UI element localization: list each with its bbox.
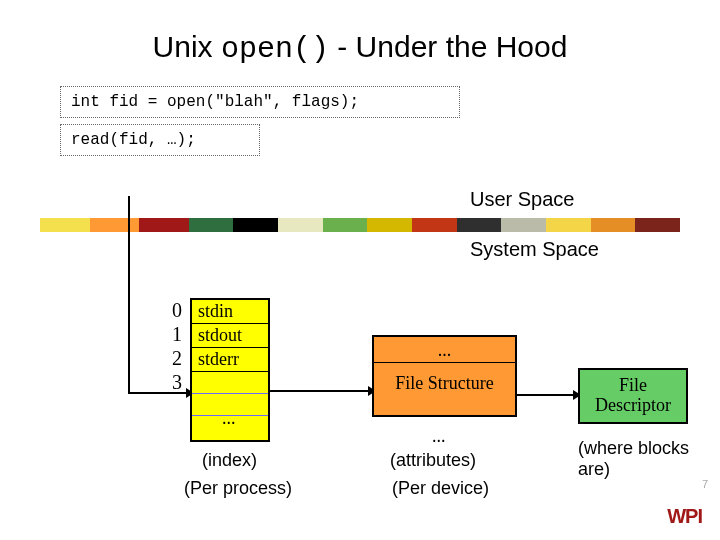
wpi-logo: WPI (667, 505, 702, 528)
fdt-num-2: 2 (172, 346, 182, 370)
fdt-row-stdin: stdin (192, 300, 268, 324)
fdt-num-1: 1 (172, 322, 182, 346)
code-line-read: read(fid, …); (60, 124, 260, 156)
page-number: 7 (702, 478, 708, 490)
fdt-index-numbers: 0 1 2 3 (172, 298, 182, 394)
fdt-row-3 (192, 372, 268, 394)
logo-text: WPI (667, 505, 702, 527)
file-descriptor-box: File Descriptor (578, 368, 688, 424)
title-mono: open() (221, 32, 329, 66)
fs-ellipsis-below: ... (432, 426, 446, 447)
fs-label: File Structure (374, 363, 515, 403)
label-user-space: User Space (470, 188, 575, 211)
slide-title: Unix open() - Under the Hood (0, 0, 720, 86)
fdt-caption-index: (index) (202, 450, 257, 471)
arrow-line-right-2 (270, 390, 370, 392)
fdt-row-stdout: stdout (192, 324, 268, 348)
arrow-line-down (128, 196, 130, 394)
file-structure-box: ... File Structure (372, 335, 517, 417)
divider-stripe (40, 218, 680, 232)
fd-label: File Descriptor (580, 376, 686, 416)
fdt-num-0: 0 (172, 298, 182, 322)
fs-caption-attributes: (attributes) (390, 450, 476, 471)
title-post: - Under the Hood (329, 30, 567, 63)
fs-upper-ellipsis: ... (374, 337, 515, 363)
fd-caption: (where blocks are) (578, 438, 698, 480)
label-system-space: System Space (470, 238, 599, 261)
fdt-caption-perprocess: (Per process) (184, 478, 292, 499)
fdt-row-stderr: stderr (192, 348, 268, 372)
fs-caption-perdevice: (Per device) (392, 478, 489, 499)
fdt-ellipsis: ... (222, 408, 236, 429)
fdt-num-3: 3 (172, 370, 182, 394)
title-pre: Unix (153, 30, 221, 63)
code-line-open: int fid = open("blah", flags); (60, 86, 460, 118)
arrow-line-right-3 (517, 394, 575, 396)
